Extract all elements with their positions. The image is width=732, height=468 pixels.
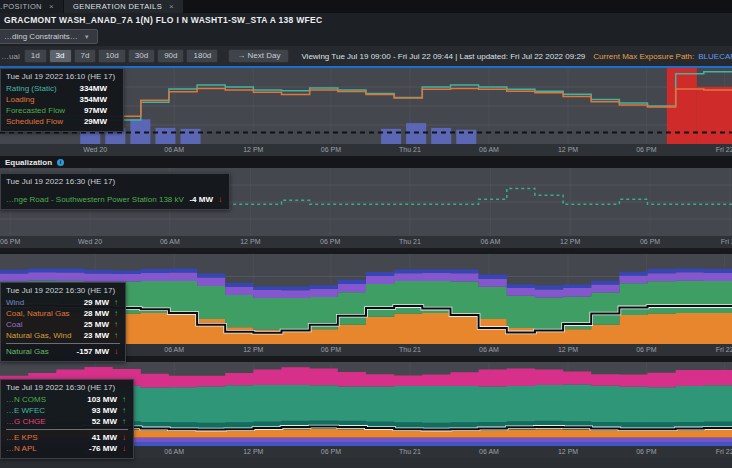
series-value: 29 MW [84,297,109,308]
exposure-path-label: Current Max Exposure Path: [593,52,694,61]
arrow-up-icon: ↑ [114,297,120,308]
axis-tick: Wed 20 [83,146,107,153]
range-1d-button[interactable]: 1d [24,49,47,63]
axis-tick: 06 PM [321,346,341,353]
exposure-path-link[interactable]: BLUECANYON6 to WFEC ANA COMS CYC [698,52,732,61]
next-day-button[interactable]: → Next Day [228,49,289,63]
tooltip-row: …N COMS103 MW↑ [6,394,128,405]
range-30d-button[interactable]: 30d [128,49,155,63]
app-root: …POSITION × GENERATION DETAILS × GRACMON… [0,0,732,468]
series-value: 25 MW [84,319,109,330]
constraints-dropdown-label: …ding Constraints… [4,32,78,41]
tooltip-row: Wind29 MW↑ [6,297,120,308]
tooltip-row: Natural Gas, Wind23 MW↑ [6,330,120,341]
axis-tick: 06 AM [479,448,499,455]
equalization-x-axis: 06 PMWed 2006 AM12 PM06 PMThu 2106 AM12 … [0,236,732,248]
axis-tick: 12 PM [243,448,263,455]
range-7d-button[interactable]: 7d [74,49,97,63]
filter-row: …ding Constraints… ▼ [0,27,732,46]
axis-tick: 12 PM [558,346,578,353]
axis-tick: 06 PM [636,146,656,153]
series-label: Natural Gas, Wind [6,330,79,341]
flowgate-x-axis: Wed 2006 AM12 PM06 PMThu 2106 AM12 PM06 … [0,144,732,156]
tab-bar: …POSITION × GENERATION DETAILS × [0,0,732,13]
axis-tick: 06 AM [481,238,501,245]
series-value: 93 MW [92,405,117,416]
range-10d-button[interactable]: 10d [98,49,125,63]
panel-path-exposure: Wed 2006 AM12 PM06 PMThu 2106 AM12 PM06 … [0,362,732,468]
series-label: Coal [6,319,79,330]
tab-generation-details-label: GENERATION DETAILS [73,2,162,11]
chevron-down-icon: ▼ [84,34,90,40]
series-label: Wind [6,297,79,308]
series-value: 334MW [79,83,107,94]
axis-tick: Thu 21 [399,238,421,245]
axis-tick: 06 AM [164,448,184,455]
axis-tick: Fri 22 [716,146,732,153]
series-label: Loading [6,94,74,105]
tooltip-row: …E KPS41 MW↓ [6,429,128,443]
axis-tick: 06 AM [160,238,180,245]
axis-tick: 06 AM [479,146,499,153]
series-label: Rating (Static) [6,83,74,94]
arrow-up-icon: ↑ [114,308,120,319]
arrow-down-icon: ↓ [218,194,224,205]
constraints-dropdown[interactable]: …ding Constraints… ▼ [0,29,98,44]
series-label: …N APL [6,443,84,454]
axis-tick: Thu 21 [399,346,421,353]
tooltip-row: …G CHGE52 MW↑ [6,416,128,427]
toolbar-prefix-label: …ual [1,52,20,61]
tooltip-row: Forecasted Flow97MW [6,105,118,116]
path-exposure-tooltip: Tue Jul 19 2022 16:30 (HE 17)…N COMS103 … [0,379,134,459]
section-header-equalization[interactable]: Equalization i [0,156,732,168]
tooltip-row: Coal, Natural Gas28 MW↑ [6,308,120,319]
tab-position[interactable]: …POSITION × [0,0,64,13]
flowgate-tooltip: Tue Jul 19 2022 16:10 (HE 17)Rating (Sta… [0,68,124,132]
series-value: 41 MW [92,432,117,443]
tooltip-row: …nge Road - Southwestern Power Station 1… [6,194,224,205]
title-row: GRACMONT WASH_ANAD_7A 1(N) FLO I N WASHT… [0,13,732,27]
series-value: 23 MW [84,330,109,341]
tab-generation-details[interactable]: GENERATION DETAILS × [64,0,184,13]
axis-tick: 06 PM [640,238,660,245]
tooltip-header: Tue Jul 19 2022 16:30 (HE 17) [6,177,224,186]
close-icon[interactable]: × [49,2,54,11]
page-title: GRACMONT WASH_ANAD_7A 1(N) FLO I N WASHT… [4,15,323,25]
series-value: 52 MW [92,416,117,427]
axis-tick: Fri 22 [716,448,732,455]
axis-tick: 06 PM [321,448,341,455]
series-value: 354MW [79,94,107,105]
arrow-down-icon: ↓ [114,346,120,357]
axis-tick: 06 PM [320,238,340,245]
axis-tick: 12 PM [243,346,263,353]
range-180d-button[interactable]: 180d [186,49,218,63]
axis-tick: 12 PM [243,146,263,153]
axis-tick: 06 PM [636,346,656,353]
axis-tick: Fri 22 [716,346,732,353]
axis-tick: 12 PM [558,146,578,153]
arrow-down-icon: ↓ [122,432,128,443]
range-90d-button[interactable]: 90d [157,49,184,63]
tooltip-row: Natural Gas-157 MW↓ [6,343,120,357]
info-icon[interactable]: i [57,159,64,166]
generation-mix-tooltip: Tue Jul 19 2022 16:30 (HE 17)Wind29 MW↑C… [0,282,126,362]
viewing-status: Viewing Tue Jul 19 09:00 - Fri Jul 22 09… [301,52,585,61]
tooltip-row: Coal25 MW↑ [6,319,120,330]
range-3d-button[interactable]: 3d [49,49,72,63]
series-label: Forecasted Flow [6,105,79,116]
axis-tick: 12 PM [560,238,580,245]
arrow-up-icon: ↑ [122,416,128,427]
tooltip-row: Rating (Static)334MW [6,83,118,94]
axis-tick: Thu 21 [399,448,421,455]
close-icon[interactable]: × [169,2,174,11]
panel-flowgate: Wed 2006 AM12 PM06 PMThu 2106 AM12 PM06 … [0,68,732,156]
arrow-up-icon: ↑ [122,394,128,405]
axis-tick: Wed 20 [78,238,102,245]
series-label: …E KPS [6,432,87,443]
axis-tick: 12 PM [240,238,260,245]
tooltip-header: Tue Jul 19 2022 16:10 (HE 17) [6,72,118,81]
equalization-tooltip: Tue Jul 19 2022 16:30 (HE 17)…nge Road -… [0,173,230,210]
series-label: Natural Gas [6,346,72,357]
series-value: -4 MW [189,194,213,205]
series-label: Scheduled Flow [6,116,79,127]
